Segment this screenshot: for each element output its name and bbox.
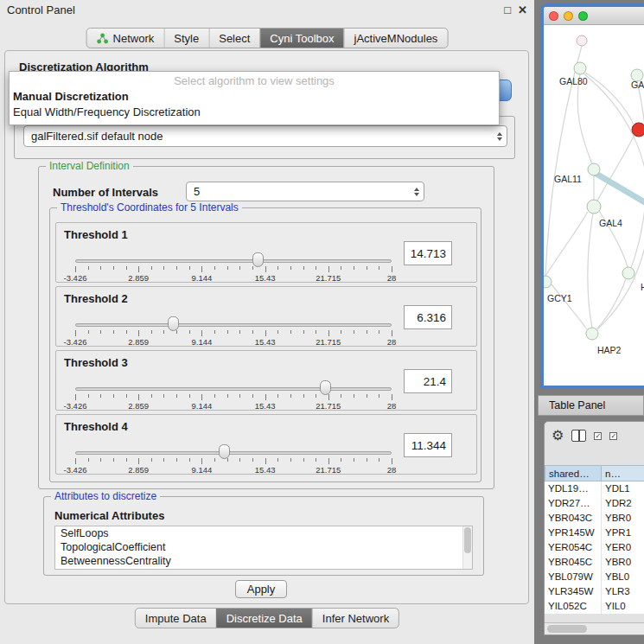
- table-cell[interactable]: YBR0: [602, 511, 644, 526]
- close-window-icon[interactable]: ✕: [518, 3, 527, 16]
- slider-thumb[interactable]: [252, 252, 264, 267]
- dropdown-option-manual-discretization[interactable]: Manual Discretization: [10, 89, 499, 105]
- table-cell[interactable]: YIL052C: [545, 599, 602, 614]
- close-traffic-light-icon[interactable]: [549, 11, 558, 21]
- table-cell[interactable]: YBL0: [602, 570, 644, 584]
- horizontal-scrollbar[interactable]: [545, 622, 644, 634]
- table-cell[interactable]: YPR1: [602, 526, 644, 540]
- slider-thumb[interactable]: [219, 444, 230, 459]
- dropdown-option-equal-width-frequency[interactable]: Equal Width/Frequency Discretization: [10, 105, 499, 120]
- network-node[interactable]: [586, 328, 598, 340]
- checkbox-icon[interactable]: ✓: [609, 432, 617, 440]
- slider-tick-label: 2.859: [128, 465, 149, 475]
- table-cell[interactable]: YDL19…: [545, 481, 602, 496]
- column-header-name[interactable]: n…: [602, 465, 644, 481]
- table-cell[interactable]: YBR043C: [545, 511, 602, 526]
- threshold-2-value-field[interactable]: 6.316: [404, 305, 452, 329]
- network-window-titlebar: [544, 7, 644, 25]
- minimize-traffic-light-icon[interactable]: [564, 11, 573, 21]
- threshold-3-value-field[interactable]: 21.4: [404, 369, 452, 393]
- numerical-attributes-label: Numerical Attributes: [54, 509, 164, 522]
- table-panel-titlebar[interactable]: Table Panel: [538, 395, 644, 416]
- table-cell[interactable]: YER0: [602, 540, 644, 555]
- list-scrollbar[interactable]: [462, 526, 472, 569]
- table-data-combo[interactable]: galFiltered.sif default node: [23, 125, 507, 147]
- network-node[interactable]: [577, 35, 587, 46]
- network-node[interactable]: [587, 200, 601, 214]
- table-cell[interactable]: YIL0: [602, 599, 644, 614]
- table-cell[interactable]: YLR345W: [545, 584, 602, 599]
- table-row[interactable]: YDL19…YDL1: [545, 481, 644, 496]
- slider-tick: [392, 394, 392, 400]
- network-edge[interactable]: [597, 279, 626, 328]
- attribute-list-item[interactable]: SelfLoops: [55, 526, 472, 540]
- network-node[interactable]: [544, 276, 552, 288]
- slider-track[interactable]: [75, 259, 392, 263]
- table-panel-window: ⚙ ✓ ✓ shared… n… YDL19…YDL1YDR27…YDR2YBR…: [544, 421, 644, 635]
- tab-discretize-data[interactable]: Discretize Data: [216, 609, 312, 628]
- network-canvas[interactable]: GAL80GAGAL11GAL4GCY1HAP2H: [544, 25, 644, 388]
- columns-icon[interactable]: [571, 430, 586, 442]
- dropdown-placeholder-option[interactable]: Select algorithm to view settings: [10, 72, 499, 89]
- slider-thumb[interactable]: [168, 316, 179, 331]
- threshold-4-value-field[interactable]: 11.344: [404, 433, 452, 457]
- checkbox-icon[interactable]: ✓: [594, 432, 602, 440]
- network-edge[interactable]: [545, 212, 588, 276]
- number-of-intervals-combo[interactable]: 5: [186, 182, 424, 201]
- table-cell[interactable]: YBL079W: [545, 570, 602, 584]
- slider-tick: [290, 394, 291, 398]
- tab-style[interactable]: Style: [163, 29, 208, 48]
- table-cell[interactable]: YDR2: [602, 496, 644, 511]
- table-body: YDL19…YDL1YDR27…YDR2YBR043CYBR0YPR145WYP…: [545, 481, 644, 614]
- slider-track[interactable]: [75, 387, 392, 391]
- network-node[interactable]: [588, 163, 600, 175]
- tab-jactivemnodules[interactable]: jActiveMNodules: [344, 29, 448, 48]
- table-cell[interactable]: YER054C: [545, 540, 602, 555]
- slider-tick: [214, 458, 215, 462]
- zoom-traffic-light-icon[interactable]: [578, 11, 588, 21]
- table-row[interactable]: YIL052CYIL0: [545, 599, 644, 614]
- table-row[interactable]: YBR043CYBR0: [545, 511, 644, 526]
- table-cell[interactable]: YDR27…: [545, 496, 602, 511]
- slider-thumb[interactable]: [320, 380, 331, 395]
- table-row[interactable]: YDR27…YDR2: [545, 496, 644, 511]
- scrollbar-thumb[interactable]: [464, 527, 471, 553]
- table-row[interactable]: YPR145WYPR1: [545, 526, 644, 540]
- network-edge[interactable]: [631, 81, 644, 268]
- column-header-shared-name[interactable]: shared…: [545, 465, 602, 481]
- tab-infer-network[interactable]: Infer Network: [312, 609, 399, 628]
- tab-network[interactable]: Network: [87, 29, 164, 48]
- network-edge[interactable]: [551, 284, 587, 329]
- network-node[interactable]: [574, 62, 586, 74]
- table-row[interactable]: YBL079WYBL0: [545, 570, 644, 584]
- slider-track[interactable]: [75, 323, 392, 327]
- table-row[interactable]: YER054CYER0: [545, 540, 644, 555]
- threshold-1-value-field[interactable]: 14.713: [404, 241, 452, 265]
- gear-icon[interactable]: ⚙: [552, 429, 564, 443]
- table-cell[interactable]: YDL1: [602, 481, 644, 496]
- table-row[interactable]: YBR045CYBR0: [545, 555, 644, 570]
- attribute-list-item[interactable]: TopologicalCoefficient: [55, 540, 472, 554]
- table-cell[interactable]: YBR045C: [545, 555, 602, 570]
- table-cell[interactable]: YPR145W: [545, 526, 602, 540]
- apply-button[interactable]: Apply: [235, 580, 287, 598]
- network-edge[interactable]: [588, 214, 593, 328]
- network-node[interactable]: [622, 267, 634, 279]
- slider-ticks: [75, 266, 392, 273]
- network-edge[interactable]: [577, 74, 592, 164]
- network-node[interactable]: [632, 123, 644, 137]
- tab-select[interactable]: Select: [208, 29, 259, 48]
- tab-impute-data[interactable]: Impute Data: [136, 609, 216, 628]
- slider-track[interactable]: [75, 451, 392, 455]
- slider-tick: [138, 266, 139, 272]
- slider-tick-label: 2.859: [128, 337, 149, 347]
- network-edge-thick[interactable]: [590, 170, 644, 205]
- table-cell[interactable]: YBR0: [602, 555, 644, 570]
- tab-cyni-toolbox[interactable]: Cyni Toolbox: [259, 29, 343, 48]
- float-window-icon[interactable]: □: [504, 3, 511, 16]
- slider-tick: [354, 458, 354, 462]
- attribute-list-item[interactable]: BetweennessCentrality: [55, 554, 472, 568]
- scrollbar-thumb[interactable]: [547, 625, 587, 633]
- table-cell[interactable]: YLR3: [602, 584, 644, 599]
- table-row[interactable]: YLR345WYLR3: [545, 584, 644, 599]
